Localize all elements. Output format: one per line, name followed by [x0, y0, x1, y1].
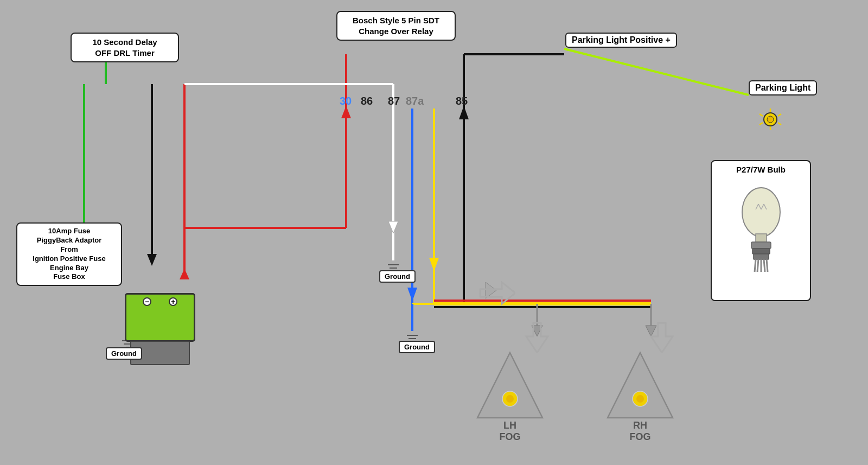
svg-line-67 — [757, 259, 758, 272]
svg-rect-64 — [752, 249, 770, 254]
svg-marker-79 — [651, 323, 673, 353]
svg-marker-77 — [480, 282, 515, 304]
pin-30: 30 — [340, 95, 352, 107]
pin-85: 85 — [456, 95, 468, 107]
ground-label-3: Ground — [399, 341, 435, 353]
svg-line-55 — [760, 123, 763, 125]
svg-marker-78 — [526, 323, 548, 353]
svg-point-73 — [506, 395, 514, 403]
svg-line-70 — [767, 259, 768, 272]
svg-marker-6 — [180, 269, 189, 279]
parking-light-label: Parking Light — [749, 80, 817, 95]
svg-line-39 — [564, 49, 749, 95]
pin-87: 87 — [388, 95, 400, 107]
parking-light-positive-label: Parking Light Positive + — [565, 33, 677, 48]
battery-unit: − + — [125, 293, 195, 342]
gray-down-arrow-lh — [524, 320, 551, 355]
svg-line-69 — [764, 259, 765, 272]
svg-point-57 — [742, 188, 780, 237]
svg-rect-62 — [756, 234, 767, 242]
svg-line-56 — [760, 114, 763, 116]
svg-point-50 — [767, 116, 774, 123]
svg-marker-18 — [407, 288, 417, 301]
gray-right-arrow — [477, 279, 515, 309]
svg-line-52 — [778, 114, 781, 116]
lh-fog: LHFOG — [472, 347, 548, 443]
timer-box: 10 Second DelayOFF DRL Timer — [71, 33, 179, 62]
svg-line-66 — [755, 259, 756, 272]
svg-line-53 — [778, 123, 781, 125]
svg-marker-8 — [341, 106, 351, 118]
pin-86: 86 — [361, 95, 373, 107]
ground-label-1: Ground — [106, 347, 142, 360]
svg-marker-13 — [388, 221, 398, 233]
relay-box: Bosch Style 5 Pin SDT Change Over Relay — [336, 11, 456, 41]
svg-point-76 — [636, 395, 644, 403]
ground-label-2: Ground — [379, 270, 416, 283]
bulb-box: P27/7W Bulb — [711, 160, 811, 301]
gray-down-arrow-rh — [648, 320, 675, 355]
svg-marker-26 — [459, 106, 469, 119]
fuse-box: 10Amp FusePiggyBack AdaptorFromIgnition … — [16, 222, 122, 286]
svg-rect-63 — [751, 242, 771, 249]
svg-marker-74 — [608, 353, 673, 418]
svg-marker-21 — [429, 258, 439, 271]
svg-marker-71 — [477, 353, 542, 418]
pin-87a: 87a — [406, 95, 424, 107]
svg-marker-4 — [147, 254, 157, 266]
rh-fog: RHFOG — [602, 347, 678, 443]
parking-light-bulb — [757, 106, 784, 135]
svg-rect-65 — [754, 254, 769, 259]
